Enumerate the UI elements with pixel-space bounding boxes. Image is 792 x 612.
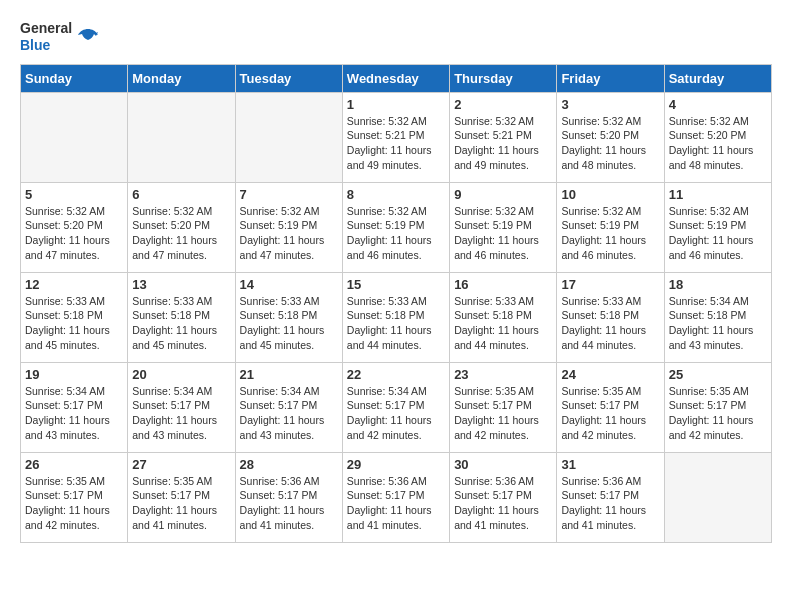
cell-info: Sunrise: 5:32 AM Sunset: 5:19 PM Dayligh… [561,204,659,263]
day-number: 28 [240,457,338,472]
cell-info: Sunrise: 5:36 AM Sunset: 5:17 PM Dayligh… [240,474,338,533]
day-number: 10 [561,187,659,202]
day-number: 13 [132,277,230,292]
cell-info: Sunrise: 5:35 AM Sunset: 5:17 PM Dayligh… [25,474,123,533]
calendar-cell [664,452,771,542]
calendar-cell: 12Sunrise: 5:33 AM Sunset: 5:18 PM Dayli… [21,272,128,362]
day-number: 18 [669,277,767,292]
cell-info: Sunrise: 5:32 AM Sunset: 5:20 PM Dayligh… [561,114,659,173]
cell-info: Sunrise: 5:32 AM Sunset: 5:19 PM Dayligh… [669,204,767,263]
calendar-cell: 27Sunrise: 5:35 AM Sunset: 5:17 PM Dayli… [128,452,235,542]
calendar-cell: 30Sunrise: 5:36 AM Sunset: 5:17 PM Dayli… [450,452,557,542]
day-number: 25 [669,367,767,382]
weekday-header: Saturday [664,64,771,92]
calendar-cell: 22Sunrise: 5:34 AM Sunset: 5:17 PM Dayli… [342,362,449,452]
calendar-cell: 21Sunrise: 5:34 AM Sunset: 5:17 PM Dayli… [235,362,342,452]
calendar-cell: 11Sunrise: 5:32 AM Sunset: 5:19 PM Dayli… [664,182,771,272]
day-number: 4 [669,97,767,112]
day-number: 14 [240,277,338,292]
day-number: 2 [454,97,552,112]
calendar-cell: 8Sunrise: 5:32 AM Sunset: 5:19 PM Daylig… [342,182,449,272]
logo-text-block: General Blue [20,20,72,54]
cell-info: Sunrise: 5:35 AM Sunset: 5:17 PM Dayligh… [132,474,230,533]
day-number: 7 [240,187,338,202]
cell-info: Sunrise: 5:32 AM Sunset: 5:20 PM Dayligh… [132,204,230,263]
cell-info: Sunrise: 5:33 AM Sunset: 5:18 PM Dayligh… [240,294,338,353]
cell-info: Sunrise: 5:33 AM Sunset: 5:18 PM Dayligh… [132,294,230,353]
cell-info: Sunrise: 5:32 AM Sunset: 5:20 PM Dayligh… [25,204,123,263]
calendar-cell: 4Sunrise: 5:32 AM Sunset: 5:20 PM Daylig… [664,92,771,182]
calendar-cell: 31Sunrise: 5:36 AM Sunset: 5:17 PM Dayli… [557,452,664,542]
calendar-cell: 28Sunrise: 5:36 AM Sunset: 5:17 PM Dayli… [235,452,342,542]
day-number: 16 [454,277,552,292]
calendar-week-row: 1Sunrise: 5:32 AM Sunset: 5:21 PM Daylig… [21,92,772,182]
calendar-week-row: 12Sunrise: 5:33 AM Sunset: 5:18 PM Dayli… [21,272,772,362]
calendar-cell: 7Sunrise: 5:32 AM Sunset: 5:19 PM Daylig… [235,182,342,272]
calendar-cell: 5Sunrise: 5:32 AM Sunset: 5:20 PM Daylig… [21,182,128,272]
calendar-cell: 3Sunrise: 5:32 AM Sunset: 5:20 PM Daylig… [557,92,664,182]
calendar-cell: 24Sunrise: 5:35 AM Sunset: 5:17 PM Dayli… [557,362,664,452]
day-number: 27 [132,457,230,472]
cell-info: Sunrise: 5:33 AM Sunset: 5:18 PM Dayligh… [561,294,659,353]
cell-info: Sunrise: 5:32 AM Sunset: 5:21 PM Dayligh… [454,114,552,173]
day-number: 19 [25,367,123,382]
cell-info: Sunrise: 5:36 AM Sunset: 5:17 PM Dayligh… [454,474,552,533]
calendar-cell: 23Sunrise: 5:35 AM Sunset: 5:17 PM Dayli… [450,362,557,452]
calendar-cell: 13Sunrise: 5:33 AM Sunset: 5:18 PM Dayli… [128,272,235,362]
weekday-header-row: SundayMondayTuesdayWednesdayThursdayFrid… [21,64,772,92]
calendar-cell [235,92,342,182]
calendar-cell [21,92,128,182]
day-number: 15 [347,277,445,292]
day-number: 17 [561,277,659,292]
cell-info: Sunrise: 5:34 AM Sunset: 5:18 PM Dayligh… [669,294,767,353]
calendar-cell: 10Sunrise: 5:32 AM Sunset: 5:19 PM Dayli… [557,182,664,272]
weekday-header: Sunday [21,64,128,92]
calendar-cell: 15Sunrise: 5:33 AM Sunset: 5:18 PM Dayli… [342,272,449,362]
calendar-table: SundayMondayTuesdayWednesdayThursdayFrid… [20,64,772,543]
weekday-header: Wednesday [342,64,449,92]
cell-info: Sunrise: 5:33 AM Sunset: 5:18 PM Dayligh… [25,294,123,353]
day-number: 20 [132,367,230,382]
calendar-cell: 6Sunrise: 5:32 AM Sunset: 5:20 PM Daylig… [128,182,235,272]
calendar-cell: 19Sunrise: 5:34 AM Sunset: 5:17 PM Dayli… [21,362,128,452]
page-header: General Blue [20,20,772,54]
day-number: 29 [347,457,445,472]
day-number: 6 [132,187,230,202]
calendar-cell: 1Sunrise: 5:32 AM Sunset: 5:21 PM Daylig… [342,92,449,182]
logo-general: General [20,20,72,37]
logo: General Blue [20,20,100,54]
weekday-header: Friday [557,64,664,92]
day-number: 24 [561,367,659,382]
cell-info: Sunrise: 5:34 AM Sunset: 5:17 PM Dayligh… [132,384,230,443]
weekday-header: Tuesday [235,64,342,92]
cell-info: Sunrise: 5:32 AM Sunset: 5:20 PM Dayligh… [669,114,767,173]
day-number: 11 [669,187,767,202]
day-number: 12 [25,277,123,292]
calendar-cell: 29Sunrise: 5:36 AM Sunset: 5:17 PM Dayli… [342,452,449,542]
calendar-cell: 26Sunrise: 5:35 AM Sunset: 5:17 PM Dayli… [21,452,128,542]
calendar-cell [128,92,235,182]
day-number: 23 [454,367,552,382]
calendar-cell: 9Sunrise: 5:32 AM Sunset: 5:19 PM Daylig… [450,182,557,272]
cell-info: Sunrise: 5:32 AM Sunset: 5:19 PM Dayligh… [454,204,552,263]
cell-info: Sunrise: 5:32 AM Sunset: 5:19 PM Dayligh… [347,204,445,263]
cell-info: Sunrise: 5:36 AM Sunset: 5:17 PM Dayligh… [561,474,659,533]
cell-info: Sunrise: 5:32 AM Sunset: 5:21 PM Dayligh… [347,114,445,173]
cell-info: Sunrise: 5:35 AM Sunset: 5:17 PM Dayligh… [669,384,767,443]
calendar-week-row: 26Sunrise: 5:35 AM Sunset: 5:17 PM Dayli… [21,452,772,542]
cell-info: Sunrise: 5:32 AM Sunset: 5:19 PM Dayligh… [240,204,338,263]
day-number: 22 [347,367,445,382]
calendar-week-row: 19Sunrise: 5:34 AM Sunset: 5:17 PM Dayli… [21,362,772,452]
calendar-cell: 20Sunrise: 5:34 AM Sunset: 5:17 PM Dayli… [128,362,235,452]
logo-blue: Blue [20,37,50,54]
cell-info: Sunrise: 5:36 AM Sunset: 5:17 PM Dayligh… [347,474,445,533]
day-number: 26 [25,457,123,472]
day-number: 5 [25,187,123,202]
calendar-cell: 18Sunrise: 5:34 AM Sunset: 5:18 PM Dayli… [664,272,771,362]
cell-info: Sunrise: 5:33 AM Sunset: 5:18 PM Dayligh… [347,294,445,353]
calendar-cell: 14Sunrise: 5:33 AM Sunset: 5:18 PM Dayli… [235,272,342,362]
day-number: 31 [561,457,659,472]
day-number: 21 [240,367,338,382]
logo-bird-icon [76,25,100,49]
cell-info: Sunrise: 5:34 AM Sunset: 5:17 PM Dayligh… [240,384,338,443]
